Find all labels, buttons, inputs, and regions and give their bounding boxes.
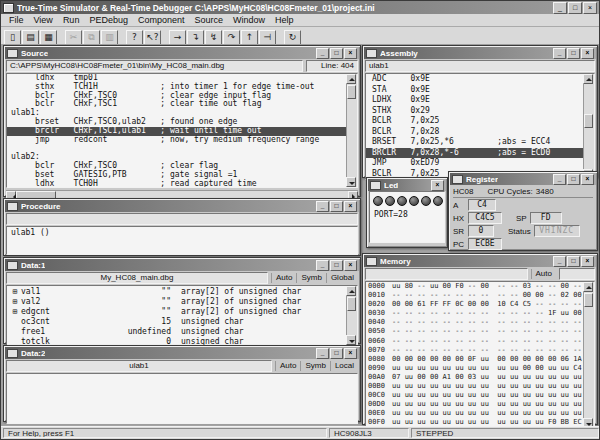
- memory-bytes[interactable]: uu uu uu uu uu uu uu uu uu uu uu uu uu u…: [392, 382, 594, 391]
- scrollbar-thumb[interactable]: [584, 293, 593, 307]
- menu-item[interactable]: Component: [133, 15, 190, 25]
- register-titlebar[interactable]: Register _ □ ×: [450, 173, 596, 185]
- minimize-button[interactable]: _: [316, 260, 329, 271]
- close-button[interactable]: ×: [344, 260, 357, 271]
- led-indicator-icon[interactable]: [409, 196, 419, 206]
- register-sr-value[interactable]: 0: [468, 225, 494, 237]
- assembly-line[interactable]: STHX 0x29: [366, 106, 584, 117]
- maximize-button[interactable]: □: [567, 174, 580, 185]
- close-button[interactable]: ×: [344, 201, 357, 212]
- close-button[interactable]: ×: [581, 174, 594, 185]
- memory-row[interactable]: 00A0 07 uu 00 00 A1 00 03 uu uu uu uu uu…: [366, 373, 584, 382]
- scroll-down-icon[interactable]: [346, 335, 356, 345]
- led-indicator-icon[interactable]: [421, 196, 431, 206]
- memory-bytes[interactable]: 00 00 00 00 00 00 0F uu 00 00 00 00 00 0…: [392, 355, 594, 364]
- menu-item[interactable]: Help: [270, 15, 299, 25]
- expand-icon[interactable]: [9, 327, 21, 337]
- procedure-titlebar[interactable]: Procedure _ □ ×: [5, 200, 359, 212]
- help-icon[interactable]: ?: [126, 30, 143, 45]
- memory-row[interactable]: 0000 uu 80 -- uu 00 F0 -- 00 -- -- 03 --…: [366, 282, 584, 291]
- led-indicator-icon[interactable]: [397, 196, 407, 206]
- register-sp-value[interactable]: FD: [530, 212, 562, 224]
- minimize-button[interactable]: _: [316, 348, 329, 359]
- memory-auto-button[interactable]: Auto: [531, 269, 556, 279]
- led-indicator-icon[interactable]: [433, 196, 443, 206]
- step-out-icon[interactable]: ↑: [241, 30, 258, 45]
- memory-bytes[interactable]: -- -- -- -- -- -- -- -- -- -- -- -- 1F u…: [392, 309, 594, 318]
- minimize-button[interactable]: _: [553, 2, 567, 14]
- maximize-button[interactable]: □: [567, 48, 580, 59]
- memory-titlebar[interactable]: Memory _ □ ×: [364, 255, 596, 267]
- source-line[interactable]: [7, 144, 347, 153]
- scroll-up-icon[interactable]: [346, 74, 356, 84]
- maximize-button[interactable]: □: [330, 348, 343, 359]
- register-hx-value[interactable]: C4C5: [468, 212, 502, 224]
- scrollbar-thumb[interactable]: [347, 297, 356, 311]
- register-a-value[interactable]: C4: [468, 199, 496, 211]
- memory-bytes[interactable]: -- -- -- -- -- -- -- -- -- -- -- -- -- -…: [392, 327, 594, 336]
- data-mode-button[interactable]: Auto: [275, 361, 300, 371]
- memory-row[interactable]: 00C0 uu uu uu uu uu uu uu uu uu uu uu uu…: [366, 391, 584, 400]
- memory-bytes[interactable]: -- -- -- -- -- -- -- -- -- -- -- -- -- -…: [392, 337, 594, 346]
- reset-icon[interactable]: ↻: [284, 30, 301, 45]
- val2[interactable]: ⊞ val2 "" array[2] of unsigned char: [9, 297, 347, 307]
- new-file-icon[interactable]: ▯: [4, 30, 21, 45]
- memory-row[interactable]: 00E0 uu uu uu uu uu uu uu uu uu uu uu uu…: [366, 409, 584, 418]
- data-mode-button[interactable]: Symb: [296, 273, 325, 283]
- memory-row[interactable]: 0020 00 00 61 FF FF 0C 00 00 10 C4 C5 --…: [366, 300, 584, 309]
- free1[interactable]: free1 undefined unsigned char: [9, 327, 347, 337]
- memory-bytes[interactable]: 00 00 61 FF FF 0C 00 00 10 C4 C5 -- -- -…: [392, 300, 594, 309]
- procedure-entry[interactable]: ulab1 (): [7, 227, 357, 239]
- menu-item[interactable]: View: [29, 15, 58, 25]
- save-icon[interactable]: ▦: [40, 30, 57, 45]
- expand-icon[interactable]: ⊞: [9, 287, 21, 297]
- assembly-line[interactable]: BRCLR 7,0x28,*-6 ;abs = ECD0: [366, 148, 584, 159]
- led-indicator-icon[interactable]: [385, 196, 395, 206]
- vertical-scrollbar[interactable]: [346, 286, 357, 345]
- data-mode-button[interactable]: Auto: [271, 273, 296, 283]
- single-step-icon[interactable]: ↴: [187, 30, 204, 45]
- memory-bytes[interactable]: uu uu uu uu uu uu uu uu uu uu uu uu uu u…: [392, 391, 594, 400]
- maximize-button[interactable]: □: [330, 201, 343, 212]
- led-indicator-icon[interactable]: [373, 196, 383, 206]
- assembly-titlebar[interactable]: Assembly _ □ ×: [364, 47, 596, 59]
- assembly-line[interactable]: BCLR 7,0x25: [366, 116, 584, 127]
- menu-item[interactable]: Run: [58, 15, 85, 25]
- copy-icon[interactable]: ⧉: [83, 30, 100, 45]
- data-mode-button[interactable]: Global: [326, 273, 358, 283]
- multiple-step-icon[interactable]: ↯: [205, 30, 222, 45]
- scroll-up-icon[interactable]: [346, 286, 356, 296]
- assembly-line[interactable]: LDHX 0x9E: [366, 95, 584, 106]
- close-button[interactable]: ×: [583, 2, 597, 14]
- expand-icon[interactable]: ⊞: [9, 307, 21, 317]
- menu-item[interactable]: PEDebug: [84, 15, 133, 25]
- memory-row[interactable]: 0070 -- -- -- -- -- -- -- -- -- -- -- --…: [366, 346, 584, 355]
- menu-item[interactable]: File: [4, 15, 29, 25]
- assembly-line[interactable]: STA 0x9E: [366, 85, 584, 96]
- memory-bytes[interactable]: uu 80 -- uu 00 F0 -- 00 -- -- 03 -- -- 0…: [392, 282, 594, 291]
- source-titlebar[interactable]: Source _ □ ×: [5, 47, 359, 59]
- edgcnt[interactable]: ⊞ edgcnt "" array[2] of unsigned char: [9, 307, 347, 317]
- scroll-up-icon[interactable]: [583, 74, 593, 84]
- minimize-button[interactable]: _: [316, 201, 329, 212]
- memory-row[interactable]: 0090 uu uu uu uu uu uu uu uu uu uu 00 00…: [366, 364, 584, 373]
- memory-bytes[interactable]: 07 uu 00 00 A1 00 03 uu uu uu uu uu uu u…: [392, 373, 594, 382]
- vertical-scrollbar[interactable]: [583, 74, 594, 179]
- open-file-icon[interactable]: ▤: [22, 30, 39, 45]
- memory-row[interactable]: 0080 00 00 00 00 00 00 0F uu 00 00 00 00…: [366, 355, 584, 364]
- maximize-button[interactable]: □: [567, 256, 580, 267]
- memory-row[interactable]: 00B0 uu uu uu uu uu uu uu uu uu uu uu uu…: [366, 382, 584, 391]
- oc3cnt[interactable]: oc3cnt 15 unsigned char: [9, 317, 347, 327]
- source-line[interactable]: jmp redcont ; now, try medium frequency …: [7, 136, 347, 145]
- scrollbar-thumb[interactable]: [584, 114, 593, 128]
- memory-bytes[interactable]: uu uu uu uu uu uu uu uu uu uu uu uu uu u…: [392, 400, 594, 409]
- scroll-up-icon[interactable]: [583, 282, 593, 292]
- source-line[interactable]: ldhx TCH0H ; read captured time: [7, 180, 347, 188]
- cut-icon[interactable]: ✂: [65, 30, 82, 45]
- minimize-button[interactable]: _: [553, 48, 566, 59]
- memory-bytes[interactable]: uu uu uu uu uu uu uu uu uu uu uu uu uu u…: [392, 409, 594, 418]
- data1-titlebar[interactable]: Data:1 _ □ ×: [5, 259, 359, 271]
- memory-row[interactable]: 0060 -- -- -- -- -- -- -- -- -- -- -- --…: [366, 337, 584, 346]
- memory-row[interactable]: 0050 -- -- -- -- -- -- -- -- -- -- -- --…: [366, 327, 584, 336]
- memory-bytes[interactable]: uu uu uu uu uu uu uu uu uu uu 00 00 uu u…: [392, 364, 594, 373]
